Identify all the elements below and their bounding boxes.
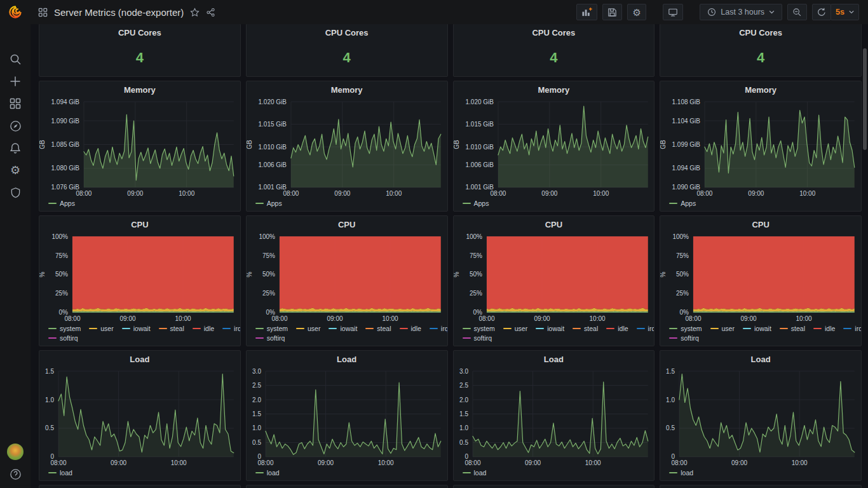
legend-item-softirq[interactable]: softirq	[669, 334, 699, 342]
panel-title[interactable]: Load	[454, 351, 654, 366]
sidebar-item-search[interactable]	[9, 53, 22, 65]
legend-label: Apps	[60, 200, 75, 207]
add-panel-button[interactable]	[576, 4, 597, 20]
legend-item-iowait[interactable]: iowait	[122, 325, 151, 332]
sidebar-item-alerting[interactable]	[9, 142, 22, 154]
sidebar-item-create[interactable]	[9, 75, 22, 88]
load-chart[interactable]: 00.51.01.52.02.53.008:0009:0010:00	[454, 366, 654, 467]
panel-title[interactable]: Memory	[660, 81, 861, 97]
dashboard-settings-button[interactable]: ⚙	[627, 4, 646, 20]
panel-title[interactable]: Load	[39, 351, 240, 366]
legend-item-steal[interactable]: steal	[365, 325, 391, 332]
legend-item-idle[interactable]: idle	[193, 325, 214, 332]
legend-item-softirq[interactable]: softirq	[48, 334, 78, 342]
panel-title[interactable]: CPU	[660, 216, 861, 231]
memory-chart[interactable]: 1.001 GiB1.006 GiB1.010 GiB1.015 GiB1.02…	[454, 97, 654, 198]
sidebar-item-help[interactable]	[9, 468, 22, 480]
legend-item-softirq[interactable]: softirq	[255, 334, 285, 342]
svg-text:10:00: 10:00	[386, 190, 402, 197]
compass-icon	[10, 120, 22, 132]
legend-item-steal[interactable]: steal	[780, 325, 805, 332]
load-chart[interactable]: 00.51.01.508:0009:0010:00	[39, 366, 240, 467]
legend-item-Apps[interactable]: Apps	[48, 200, 75, 207]
panel-title[interactable]: CPU	[247, 216, 447, 231]
legend-item-steal[interactable]: steal	[159, 325, 184, 332]
legend-item-load[interactable]: load	[48, 469, 72, 477]
chart-legend: load	[454, 467, 654, 480]
legend-item-system[interactable]: system	[255, 325, 288, 332]
svg-text:0.5: 0.5	[252, 439, 261, 446]
legend-item-idle[interactable]: idle	[606, 325, 628, 332]
share-icon[interactable]	[206, 8, 215, 17]
legend-item-Apps[interactable]: Apps	[669, 200, 696, 207]
cpu-chart[interactable]: 0%25%50%75%100%08:0009:0010:00%	[39, 231, 240, 323]
legend-item-idle[interactable]: idle	[400, 325, 421, 332]
dashboard-title[interactable]: Server Metrics (node-exporter)	[54, 7, 184, 18]
legend-item-idle[interactable]: idle	[813, 325, 835, 332]
sidebar-item-explore[interactable]	[9, 119, 22, 132]
legend-item-load[interactable]: load	[669, 469, 693, 477]
legend-item-steal[interactable]: steal	[573, 325, 598, 332]
legend-label: steal	[791, 325, 805, 332]
panel-title[interactable]: Memory	[247, 81, 447, 97]
chart-legend: Apps	[39, 198, 240, 211]
legend-item-irq[interactable]: irq	[843, 325, 862, 332]
legend-item-system[interactable]: system	[463, 325, 495, 332]
cpu-chart[interactable]: 0%25%50%75%100%08:0009:0010:00%	[660, 231, 861, 323]
legend-item-user[interactable]: user	[296, 325, 320, 332]
legend-item-Apps[interactable]: Apps	[255, 200, 282, 207]
panel-title[interactable]: CPU Cores	[39, 24, 240, 39]
legend-swatch	[669, 337, 677, 339]
legend-item-load[interactable]: load	[463, 469, 487, 477]
scrollbar-thumb[interactable]	[863, 48, 867, 150]
cycle-view-button[interactable]	[663, 4, 683, 20]
panel-title[interactable]: Load	[247, 351, 447, 366]
legend-item-iowait[interactable]: iowait	[329, 325, 357, 332]
sidebar-item-dashboards[interactable]	[9, 97, 22, 110]
cpu-chart[interactable]: 0%25%50%75%100%08:0009:0010:00%	[454, 231, 654, 323]
time-range-picker[interactable]: Last 3 hours	[700, 4, 782, 20]
legend-item-irq[interactable]: irq	[637, 325, 655, 332]
load-chart[interactable]: 00.51.01.508:0009:0010:00	[660, 366, 861, 467]
dashboard-grid-icon[interactable]	[38, 8, 48, 17]
legend-item-system[interactable]: system	[48, 325, 81, 332]
panel-title[interactable]: CPU Cores	[247, 24, 447, 39]
sidebar-item-configuration[interactable]: ⚙	[9, 164, 22, 177]
sidebar-item-server-admin[interactable]	[9, 186, 22, 199]
legend-item-irq[interactable]: irq	[430, 325, 448, 332]
panel-title[interactable]: CPU	[39, 216, 240, 231]
panel-title[interactable]: CPU Cores	[660, 24, 861, 39]
legend-item-irq[interactable]: irq	[222, 325, 241, 332]
legend-item-load[interactable]: load	[255, 469, 280, 477]
panel-title[interactable]: Load	[660, 351, 861, 366]
grafana-logo[interactable]	[0, 0, 31, 24]
legend-item-user[interactable]: user	[503, 325, 527, 332]
panel-title[interactable]: Memory	[39, 81, 240, 97]
legend-item-user[interactable]: user	[89, 325, 113, 332]
legend-item-system[interactable]: system	[669, 325, 702, 332]
panel-title[interactable]: Memory	[454, 81, 654, 97]
legend-item-iowait[interactable]: iowait	[536, 325, 564, 332]
memory-chart[interactable]: 1.001 GiB1.006 GiB1.010 GiB1.015 GiB1.02…	[247, 97, 447, 198]
legend-item-iowait[interactable]: iowait	[743, 325, 771, 332]
panel-title[interactable]: CPU Cores	[454, 24, 654, 39]
user-avatar[interactable]	[7, 444, 24, 460]
panel-title[interactable]: CPU	[454, 216, 654, 231]
legend-swatch	[48, 337, 57, 339]
load-chart[interactable]: 00.51.01.52.02.53.008:0009:0010:00	[247, 366, 447, 467]
star-icon[interactable]	[190, 8, 200, 17]
refresh-button[interactable]	[812, 4, 831, 20]
zoom-out-button[interactable]	[787, 4, 807, 20]
save-dashboard-button[interactable]	[602, 4, 622, 20]
legend-swatch	[710, 328, 719, 329]
legend-item-user[interactable]: user	[710, 325, 735, 332]
panel-cpu-cores: CPU Cores4	[39, 24, 241, 77]
legend-item-softirq[interactable]: softirq	[463, 334, 492, 342]
memory-chart[interactable]: 1.076 GiB1.080 GiB1.085 GiB1.090 GiB1.09…	[39, 97, 240, 198]
cpu-chart[interactable]: 0%25%50%75%100%08:0009:0010:00%	[247, 231, 447, 323]
legend-item-Apps[interactable]: Apps	[463, 200, 489, 207]
dashboards-grid-icon	[10, 98, 21, 109]
memory-chart[interactable]: 1.090 GiB1.094 GiB1.099 GiB1.104 GiB1.10…	[660, 97, 861, 198]
refresh-interval-button[interactable]: 5s	[831, 4, 859, 20]
legend-label: irq	[648, 325, 655, 332]
